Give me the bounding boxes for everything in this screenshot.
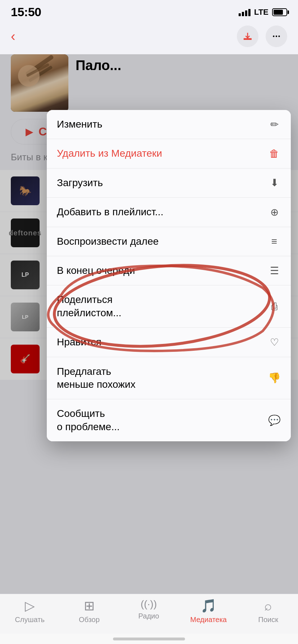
radio-tab-icon: ((·)) (141, 598, 157, 610)
home-indicator (113, 638, 185, 640)
status-bar: 15:50 LTE (0, 0, 298, 22)
tab-label: Слушать (15, 616, 44, 624)
tab-item-browse[interactable]: ⊞ Обзор (71, 598, 107, 624)
tab-label: Радио (138, 612, 159, 620)
signal-icon (239, 8, 250, 16)
download-icon (243, 32, 252, 41)
tab-item-radio[interactable]: ((·)) Радио (131, 598, 167, 620)
tab-item-search[interactable]: ⌕ Поиск (250, 598, 286, 624)
report-icon: 💬 (268, 414, 281, 426)
menu-item-label: В конец очереди (57, 264, 135, 277)
browse-tab-icon: ⊞ (84, 598, 95, 613)
menu-item-label: Изменить (57, 118, 102, 131)
tab-item-listen[interactable]: ▷ Слушать (12, 598, 48, 624)
menu-item-label: Удалить из Медиатеки (57, 147, 162, 160)
tab-label: Медиатека (190, 616, 227, 624)
nav-actions (237, 26, 287, 47)
menu-item-label: Сообщитьо проблеме... (57, 407, 120, 433)
tab-label: Поиск (258, 616, 278, 624)
lte-indicator: LTE (254, 8, 268, 17)
menu-item-edit[interactable]: Изменить ✏ (47, 110, 291, 139)
add-playlist-icon: ⊕ (268, 206, 281, 218)
menu-item-like[interactable]: Нравится ♡ (47, 328, 291, 357)
trash-icon: 🗑 (268, 148, 281, 160)
dislike-icon: 👎 (268, 372, 281, 384)
menu-item-less-like[interactable]: Предлагатьменьше похожих 👎 (47, 357, 291, 400)
menu-item-add-playlist[interactable]: Добавить в плейлист... ⊕ (47, 198, 291, 227)
ellipsis-icon (272, 32, 281, 41)
menu-item-label: Загрузить (57, 176, 103, 189)
heart-icon: ♡ (268, 336, 281, 348)
tab-item-library[interactable]: 🎵 Медиатека (190, 598, 227, 624)
menu-item-label: Воспроизвести далее (57, 235, 159, 248)
menu-item-label: Нравится (57, 336, 101, 349)
queue-icon: ☰ (268, 265, 281, 277)
search-tab-icon: ⌕ (264, 598, 272, 613)
menu-item-label: Добавить в плейлист... (57, 206, 163, 218)
menu-item-download[interactable]: Загрузить ⬇ (47, 169, 291, 198)
download-button[interactable] (237, 26, 258, 47)
main-content: Пало... ▶ Слушать Биты в кровь это л... … (0, 54, 298, 634)
menu-item-label: Предлагатьменьше похожих (57, 365, 135, 391)
context-menu: Изменить ✏ Удалить из Медиатеки 🗑 Загруз… (47, 110, 291, 441)
edit-icon: ✏ (268, 119, 281, 130)
menu-item-label: Поделитьсяплейлистом... (57, 293, 121, 319)
menu-item-play-next[interactable]: Воспроизвести далее ≡ (47, 227, 291, 256)
menu-item-share[interactable]: Поделитьсяплейлистом... ⎙ (47, 285, 291, 328)
listen-tab-icon: ▷ (25, 598, 35, 613)
menu-item-report[interactable]: Сообщитьо проблеме... 💬 (47, 399, 291, 441)
svg-point-2 (278, 36, 280, 37)
download-menu-icon: ⬇ (268, 177, 281, 189)
tab-label: Обзор (79, 616, 100, 624)
library-tab-icon: 🎵 (200, 598, 217, 613)
share-icon: ⎙ (268, 301, 281, 312)
top-nav: ‹ (0, 22, 298, 54)
play-next-icon: ≡ (268, 236, 281, 247)
back-button[interactable]: ‹ (11, 29, 15, 44)
menu-item-delete[interactable]: Удалить из Медиатеки 🗑 (47, 139, 291, 168)
battery-icon (272, 8, 287, 16)
menu-item-queue[interactable]: В конец очереди ☰ (47, 256, 291, 285)
svg-point-1 (276, 36, 277, 37)
svg-point-0 (273, 36, 274, 37)
tab-bar: ▷ Слушать ⊞ Обзор ((·)) Радио 🎵 Медиатек… (0, 594, 298, 644)
status-time: 15:50 (11, 5, 41, 19)
status-icons: LTE (239, 8, 287, 17)
more-button[interactable] (266, 26, 287, 47)
